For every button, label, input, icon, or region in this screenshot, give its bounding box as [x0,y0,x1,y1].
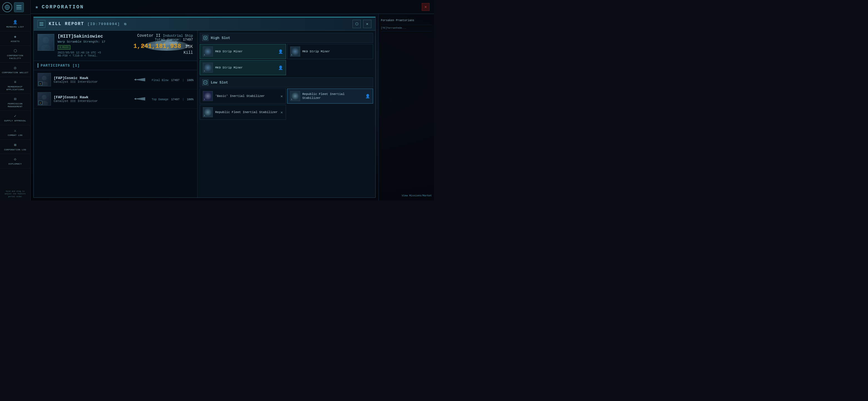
participant-stats: Final Blow 17497 | 100% [152,79,193,82]
sidebar-item-label: Corporation Wallet [2,71,28,74]
svg-marker-29 [134,98,136,100]
kill-type-label: Kill [133,50,193,55]
participants-title: Participants [1] [41,63,80,68]
main-content: KILL REPORT [ID:7098094] ⧉ ⬡ ✕ [31,14,378,200]
low-slot-label: Low Slot [211,81,228,85]
sidebar-item-permission-management[interactable]: ⊟ Permission Management [0,94,30,111]
export-button[interactable]: ⬡ [352,20,361,28]
right-panel-corp-name: Forsaken Praetorians [381,19,432,22]
sidebar-item-supply-approval[interactable]: ✓ Supply Approval [0,111,30,125]
svg-point-19 [42,76,46,81]
sidebar-item-corporation-facility[interactable]: ⬡ Corporation Facility [0,46,30,63]
low-slot-section: Low Slot 1 'Basic' Inertial Stabilizer ✕ [200,78,373,120]
sidebar-item-corporation-wallet[interactable]: ◎ Corporation Wallet [0,63,30,77]
sidebar-item-label: Diplomacy [9,163,22,165]
equipment-icon-low-3: 1 [203,107,213,117]
sidebar-header [0,0,30,15]
combat-icon: ⚔ [14,128,16,133]
sidebar: 👤 Members List ◈ Assets ⬡ Corporation Fa… [0,0,31,200]
panel-title-id: [ID:7098094] ⧉ [87,22,127,26]
right-panel-corp-item: Forsaken Praetorians [381,17,432,25]
participant-damage: 17497 [171,79,180,82]
corp-star-icon: ★ [35,3,38,10]
participant-percent-2: 100% [187,98,193,101]
right-panel-player-item: [TE]TerranFede... [381,25,432,31]
panel-menu-button[interactable] [37,20,45,28]
sidebar-nav: 👤 Members List ◈ Assets ⬡ Corporation Fa… [0,15,30,188]
remove-icon-1[interactable]: ✕ [280,94,283,98]
sidebar-item-diplomacy[interactable]: ◇ Diplomacy [0,154,30,169]
equipment-item-low-1: 1 'Basic' Inertial Stabilizer ✕ [200,89,286,104]
content-area: [HIIT]Sakiniowiec Warp Scramble Strength… [34,31,375,197]
final-blow-label: Final Blow [152,79,168,82]
panel-header: KILL REPORT [ID:7098094] ⧉ ⬡ ✕ [34,18,375,31]
equipment-name-low-2: Republic Fleet Inertial Stabilizer [302,92,363,100]
equipment-name-low-1: 'Basic' Inertial Stabilizer [215,94,265,98]
participant-ship-icon [133,76,147,84]
low-slot-icon [202,79,208,85]
assets-icon: ◈ [14,34,16,39]
corp-log-icon: ⊞ [14,143,16,147]
section-title-bar [37,63,38,68]
right-section: High Slot 1 MK9 Strip Miner 👤 [197,31,375,197]
close-panel-button[interactable]: ✕ [363,20,371,28]
remove-icon-3[interactable]: ✕ [280,110,283,115]
participant-info: [FAP]Cosmic Hawk Catalyst III Interdicto… [54,76,130,84]
window-close-button[interactable]: ✕ [422,3,430,11]
equipment-item-high-3: 1 MK9 Strip Miner 👤 [200,60,286,75]
sidebar-item-label: Membership Applications [2,85,29,91]
participant-ship-icon-2 [133,95,147,103]
eq-quantity-2: 1 [291,54,292,56]
top-right-actions: ✕ [422,3,430,11]
equipment-item-high-2: 1 MK9 Strip Miner [287,44,373,59]
view-missions-link[interactable]: View Missions/Market [402,194,432,197]
copy-icon[interactable]: ⧉ [124,23,127,26]
participant-name: [FAP]Cosmic Hawk [54,76,130,80]
participant-damage-2: 17497 [171,98,180,101]
ship-type-label: Industrial Ship [163,34,193,38]
top-header: ★ CORPORATION ✕ [31,0,434,14]
victim-portrait-icon [38,34,54,51]
left-section: [HIIT]Sakiniowiec Warp Scramble Strength… [34,31,197,197]
low-slot-grid: 1 'Basic' Inertial Stabilizer ✕ 1 [200,89,373,120]
sidebar-item-label: Assets [11,40,20,43]
corp-name: CORPORATION [42,4,84,10]
sidebar-item-membership-applications[interactable]: ≡ Membership Applications [0,77,30,94]
corp-logo-icon[interactable] [2,2,12,12]
wallet-icon: ◎ [14,65,16,70]
sidebar-item-combat-log[interactable]: ⚔ Combat Log [0,125,30,140]
participant-ship: Catalyst III Interdictor [54,80,130,84]
equipment-icon-3: 1 [203,63,213,73]
sidebar-item-assets[interactable]: ◈ Assets [0,31,30,46]
participant-avatar: ★ [37,73,51,86]
participant-star-badge: ★ [38,82,42,85]
svg-point-25 [42,95,46,100]
svg-rect-4 [38,34,54,50]
sidebar-item-label: Combat Log [8,134,23,137]
right-panel-player-name: [TE]TerranFede... [381,27,432,30]
panel-title: KILL REPORT [ID:7098094] ⧉ [49,22,349,26]
isk-value: 1,241,181,938 [133,43,181,50]
drag-hint: hold and drag to adjust the feature port… [0,188,30,200]
top-damage-label: Top Damage [152,98,168,101]
equipment-name-2: MK9 Strip Miner [302,50,330,54]
equipment-item-high-1: 1 MK9 Strip Miner 👤 [200,44,286,59]
sidebar-item-label: Corporation Log [4,148,26,151]
eq-quantity-low-2: 1 [291,98,292,101]
damage-label: Total damage: 17497 [133,38,193,42]
sidebar-menu-button[interactable] [14,2,24,12]
eq-quantity: 1 [204,54,205,56]
high-slot-section: High Slot 1 MK9 Strip Miner 👤 [200,33,373,75]
damage-value: 17497 [183,38,193,42]
equipment-item-low-2: 1 Republic Fleet Inertial Stabilizer 👤 [287,89,373,104]
participant-percent: 100% [187,79,193,82]
sidebar-item-corporation-log[interactable]: ⊞ Corporation Log [0,140,30,154]
participants-header: Participants [1] [34,61,197,70]
participants-section: Participants [1] ★ [34,61,197,197]
eq-quantity-3: 1 [204,69,205,72]
high-slot-header: High Slot [200,33,373,43]
supply-icon: ✓ [14,114,16,118]
sidebar-item-members-list[interactable]: 👤 Members List [0,17,30,31]
svg-rect-7 [38,34,54,50]
high-slot-icon [202,35,208,41]
